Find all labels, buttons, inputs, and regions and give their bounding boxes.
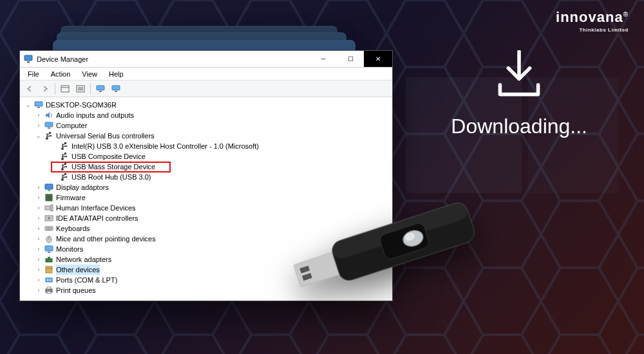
svg-rect-12 [99, 91, 102, 92]
window-titlebar[interactable]: Device Manager ─ ☐ ✕ [20, 51, 392, 68]
svg-rect-23 [64, 142, 66, 144]
firmware-icon [44, 193, 53, 202]
tree-label: IDE ATA/ATAPI controllers [56, 213, 138, 223]
expand-arrow-icon[interactable]: › [35, 254, 42, 265]
expand-arrow-icon[interactable]: ⌄ [25, 100, 32, 110]
svg-rect-16 [37, 107, 40, 108]
expand-arrow-icon[interactable]: › [35, 285, 42, 295]
tree-item-computer[interactable]: › Computer [24, 120, 388, 131]
forward-button[interactable] [38, 82, 52, 95]
network-icon [44, 255, 53, 264]
svg-rect-58 [47, 292, 51, 293]
mouse-icon [44, 234, 53, 243]
brand-subtitle: Thinklabs Limited [556, 27, 629, 33]
svg-point-30 [66, 166, 68, 168]
svg-rect-39 [51, 205, 53, 211]
svg-rect-37 [47, 196, 51, 200]
tree-label: Ports (COM & LPT) [56, 275, 117, 285]
hid-icon [44, 203, 53, 212]
maximize-button[interactable]: ☐ [337, 51, 364, 67]
expand-arrow-icon[interactable]: › [35, 223, 42, 234]
menu-file[interactable]: File [23, 69, 44, 79]
view-button[interactable] [109, 82, 123, 95]
audio-icon [44, 111, 53, 120]
downloading-label: Downloading... [451, 115, 587, 138]
menu-bar: File Action View Help [20, 68, 392, 80]
svg-rect-47 [45, 246, 53, 251]
tree-label: Display adaptors [56, 182, 109, 192]
printer-icon [44, 286, 53, 295]
tree-item-usb-root-hub[interactable]: USB Root Hub (USB 3.0) [24, 172, 388, 182]
refresh-button[interactable] [93, 82, 108, 95]
tree-label: USB Composite Device [71, 151, 146, 162]
brand-logo: innovana® Thinklabs Limited [556, 9, 629, 33]
svg-rect-42 [45, 227, 53, 230]
tree-item-usb-mass-storage[interactable]: USB Mass Storage Device [24, 162, 388, 172]
svg-rect-20 [49, 132, 51, 134]
toolbar-separator [90, 83, 91, 95]
properties-button[interactable] [73, 82, 88, 95]
svg-rect-5 [61, 86, 69, 92]
svg-rect-49 [46, 259, 52, 262]
expand-arrow-icon[interactable]: › [35, 182, 42, 192]
toolbar-separator [55, 83, 55, 95]
menu-view[interactable]: View [77, 69, 102, 79]
tree-item-ide[interactable]: › IDE ATA/ATAPI controllers [24, 213, 388, 223]
tree-label: Monitors [56, 244, 83, 254]
svg-rect-53 [46, 278, 52, 282]
svg-point-24 [66, 145, 68, 147]
tree-item-usb-controllers[interactable]: ⌄ Universal Serial Bus controllers [24, 131, 388, 141]
svg-rect-32 [64, 173, 66, 175]
expand-arrow-icon[interactable]: › [35, 110, 42, 120]
svg-point-21 [50, 135, 52, 137]
tree-item-usb-intel[interactable]: Intel(R) USB 3.0 eXtensible Host Control… [24, 141, 388, 151]
tree-item-hid[interactable]: › Human Interface Devices [24, 203, 388, 213]
expand-arrow-icon[interactable]: › [35, 213, 42, 223]
expand-arrow-icon[interactable]: › [35, 244, 42, 254]
tree-label: USB Root Hub (USB 3.0) [71, 172, 151, 182]
ide-icon [44, 214, 53, 223]
tree-root[interactable]: ⌄ DESKTOP-SGOM36R [24, 100, 388, 110]
expand-arrow-icon[interactable]: › [35, 265, 42, 275]
expand-arrow-icon[interactable]: › [35, 275, 42, 285]
svg-rect-3 [24, 55, 32, 61]
svg-rect-57 [47, 287, 51, 289]
tree-item-usb-composite[interactable]: USB Composite Device [24, 151, 388, 162]
minimize-button[interactable]: ─ [310, 51, 337, 67]
expand-arrow-icon[interactable]: › [35, 120, 42, 131]
computer-icon [44, 121, 53, 130]
registered-mark: ® [623, 11, 629, 18]
tree-label: Print queues [56, 285, 96, 295]
tree-label: Intel(R) USB 3.0 eXtensible Host Control… [71, 141, 259, 151]
menu-action[interactable]: Action [46, 69, 76, 79]
tree-label: Network adapters [56, 254, 111, 265]
usb-icon [60, 142, 69, 151]
usb-icon [60, 162, 69, 171]
svg-rect-11 [97, 86, 104, 90]
device-manager-icon [24, 55, 33, 64]
svg-point-27 [66, 156, 68, 158]
svg-rect-18 [48, 127, 50, 129]
svg-rect-14 [115, 91, 117, 92]
scan-button[interactable] [58, 82, 72, 95]
tree-item-firmware[interactable]: › Firmware [24, 192, 388, 203]
expand-arrow-icon[interactable]: › [35, 192, 42, 203]
tree-label: DESKTOP-SGOM36R [46, 100, 117, 110]
menu-help[interactable]: Help [104, 69, 129, 79]
svg-rect-38 [45, 206, 50, 210]
svg-rect-34 [45, 184, 53, 189]
expand-arrow-icon[interactable]: ⌄ [35, 131, 42, 141]
expand-arrow-icon[interactable]: › [35, 234, 42, 244]
expand-arrow-icon[interactable]: › [35, 203, 42, 213]
close-button[interactable]: ✕ [364, 51, 392, 67]
tree-label: Human Interface Devices [56, 203, 136, 213]
download-icon [495, 50, 543, 100]
back-button[interactable] [23, 82, 37, 95]
tree-item-audio[interactable]: › Audio inputs and outputs [24, 110, 388, 120]
tree-label: Universal Serial Bus controllers [56, 131, 155, 141]
tree-label: Firmware [56, 192, 86, 203]
tree-label: Keyboards [56, 223, 90, 234]
svg-rect-13 [112, 86, 120, 90]
display-icon [44, 183, 53, 192]
tree-item-display[interactable]: › Display adaptors [24, 182, 388, 192]
